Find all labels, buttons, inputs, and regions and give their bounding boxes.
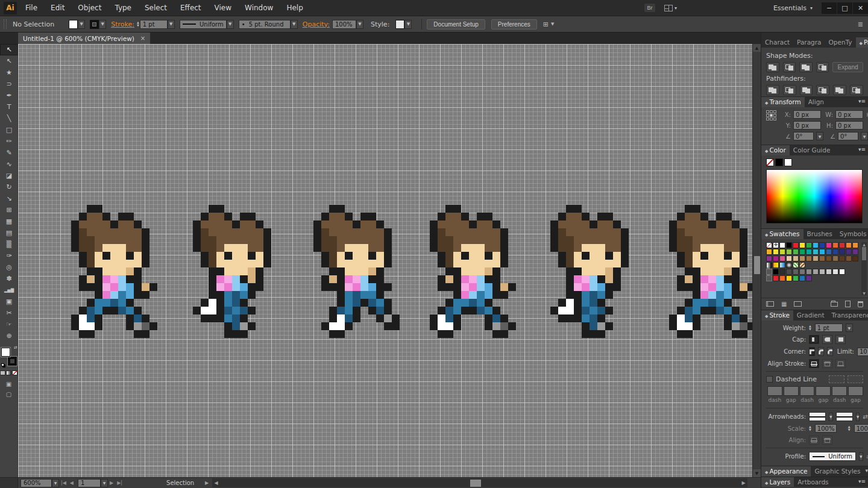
appearance-tab-appearance[interactable]: ◆Appearance [761, 466, 811, 477]
control-bar-menu-icon[interactable]: ≣ [858, 20, 863, 28]
mesh-tool[interactable]: ▤ [0, 227, 18, 239]
minimize-button[interactable]: − [822, 2, 837, 14]
y-input[interactable]: 0 px [793, 121, 821, 130]
lasso-tool[interactable]: ⊃ [0, 78, 18, 90]
paintbrush-tool[interactable]: ✏ [0, 136, 18, 147]
layers-panel-menu-icon[interactable]: ▾≡ [857, 477, 868, 487]
previous-artboard-button[interactable]: ◀ [70, 480, 74, 486]
swatch[interactable] [786, 269, 792, 275]
scroll-down-icon[interactable]: ▼ [861, 291, 867, 295]
swatch[interactable] [839, 255, 845, 261]
swatch[interactable] [773, 255, 779, 261]
shear-input[interactable]: 0° [838, 132, 858, 140]
swatch[interactable] [779, 249, 785, 255]
eyedropper-tool[interactable]: ✑ [0, 250, 18, 261]
gap-input-4[interactable] [816, 386, 831, 396]
swatch[interactable] [793, 255, 799, 261]
gradient-mode-button[interactable] [6, 371, 11, 375]
zoom-dropdown-icon[interactable]: ▼ [52, 479, 59, 487]
slice-tool[interactable]: ✂ [0, 307, 18, 319]
swatch[interactable] [786, 255, 792, 261]
delete-swatch-icon[interactable] [858, 301, 863, 307]
color-panel-menu-icon[interactable]: ▾≡ [857, 145, 868, 155]
weight-value[interactable]: 1 pt [815, 324, 843, 332]
h-input[interactable]: 0 px [835, 121, 863, 130]
pencil-tool[interactable]: ✎ [0, 147, 18, 158]
pathfinder-outline-button[interactable] [833, 85, 846, 95]
swatch[interactable] [766, 275, 772, 281]
swap-arrowheads-icon[interactable]: ⇄ [863, 413, 867, 420]
swatch[interactable] [846, 249, 852, 255]
scroll-left-icon[interactable]: ◀ [212, 480, 220, 486]
status-expand-icon[interactable]: ▶ [205, 480, 209, 486]
canvas[interactable] [18, 44, 752, 477]
cap-projecting-button[interactable] [835, 335, 846, 344]
stroke-indicator[interactable] [8, 357, 17, 366]
swatch[interactable] [799, 255, 805, 261]
default-fill-stroke-icon[interactable] [1, 363, 4, 366]
scale-start-stepper[interactable]: ▲▼ [809, 425, 811, 431]
stroke-tab-stroke[interactable]: ◆Stroke [761, 310, 793, 321]
bridge-button[interactable]: Br [644, 3, 656, 13]
type-tool[interactable]: T [0, 101, 18, 113]
swatch[interactable] [819, 255, 825, 261]
swatch[interactable] [839, 249, 845, 255]
swatch[interactable] [852, 249, 858, 255]
swatch[interactable] [779, 255, 785, 261]
weight-stepper[interactable]: ▲▼ [809, 325, 811, 331]
scroll-up-icon[interactable]: ▲ [861, 242, 867, 246]
swatch-options-icon[interactable] [794, 301, 802, 307]
sprite-frame-5[interactable] [550, 205, 637, 338]
scale-end-input[interactable]: 100% [854, 424, 868, 433]
scale-end-stepper[interactable]: ▲▼ [848, 425, 851, 431]
swatch[interactable] [793, 242, 799, 248]
scale-tool[interactable]: ↘ [0, 193, 18, 204]
last-artboard-button[interactable]: ▶| [117, 480, 122, 486]
menu-effect[interactable]: Effect [180, 4, 201, 12]
swatch[interactable] [813, 269, 819, 275]
swatch[interactable] [839, 269, 845, 275]
swatch[interactable] [793, 249, 799, 255]
document-tab[interactable]: Untitled-1 @ 600% (CMYK/Preview) × [18, 33, 150, 44]
show-swatch-kinds-icon[interactable]: ▦ [781, 301, 787, 307]
rotate-input[interactable]: 0° [793, 132, 814, 140]
swatch[interactable] [799, 249, 805, 255]
dashed-line-checkbox[interactable] [766, 376, 773, 383]
stroke-weight-stepper[interactable]: ▲▼ [137, 21, 139, 27]
width-profile-dropdown-icon[interactable]: ▼ [227, 20, 234, 29]
profile-select[interactable]: Uniform [809, 452, 856, 461]
perspective-grid-tool[interactable]: ▦ [0, 216, 18, 227]
color-spectrum[interactable] [766, 169, 863, 224]
swatch[interactable] [799, 275, 805, 281]
control-bar-grip[interactable] [4, 19, 7, 29]
none-mode-button[interactable] [12, 371, 17, 375]
none-swatch[interactable] [766, 158, 774, 166]
swatch[interactable] [773, 249, 779, 255]
selection-tool[interactable]: ↖ [0, 44, 18, 55]
swatch[interactable] [806, 269, 812, 275]
weight-dropdown-icon[interactable]: ▼ [846, 324, 853, 332]
zoom-level-select[interactable]: 600% [20, 479, 52, 487]
color-tab-color-guide[interactable]: Color Guide [790, 145, 834, 155]
scroll-up-icon[interactable]: ▲ [753, 44, 761, 52]
dash-input-5[interactable] [832, 386, 847, 396]
flip-along-icon[interactable]: ⇄ [866, 453, 868, 460]
sprite-frame-3[interactable] [313, 205, 400, 338]
expand-button[interactable]: Expand [832, 62, 863, 72]
swatch[interactable] [826, 242, 832, 248]
gap-input-6[interactable] [848, 386, 863, 396]
shape-mode-exclude-button[interactable] [816, 62, 829, 72]
artboard-dropdown-icon[interactable]: ▼ [101, 479, 108, 487]
style-dropdown-icon[interactable]: ▼ [404, 20, 412, 29]
pathfinder-divide-button[interactable] [766, 85, 779, 95]
swatches-tab-brushes[interactable]: Brushes [804, 229, 836, 239]
swatch[interactable] [786, 242, 792, 248]
swatch[interactable] [813, 255, 819, 261]
dock-tab-openty[interactable]: OpenTy [825, 37, 856, 48]
shear-dropdown-icon[interactable]: ▼ [861, 132, 868, 140]
transform-tab-align[interactable]: Align [805, 97, 828, 107]
appearance-panel-menu-icon[interactable]: ▾≡ [864, 466, 868, 477]
arrowhead-end-select[interactable] [836, 412, 853, 421]
swatch[interactable] [806, 249, 812, 255]
swatches-scroll-thumb[interactable] [862, 247, 866, 260]
